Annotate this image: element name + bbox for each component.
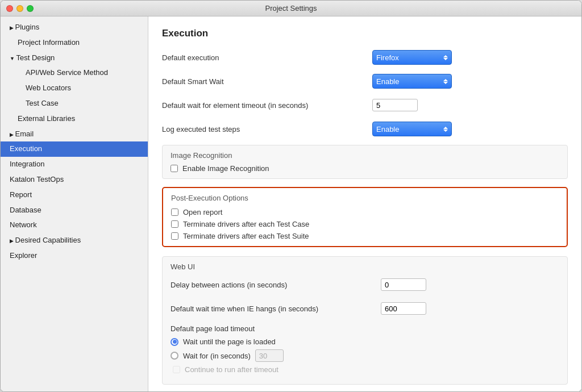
post-exec-title: Post-Execution Options xyxy=(171,194,559,202)
sidebar-item-project-information[interactable]: Project Information xyxy=(1,35,148,51)
terminate-each-case-checkbox[interactable] xyxy=(171,220,178,228)
window-controls xyxy=(6,5,34,12)
image-recognition-checkbox-label: Enable Image Recognition xyxy=(182,164,269,173)
post-execution-box: Post-Execution Options Open report Termi… xyxy=(162,187,568,247)
log-executed-row: Log executed test steps Enable xyxy=(162,121,568,137)
default-wait-ie-row: Default wait time when IE hangs (in seco… xyxy=(171,301,559,316)
image-recognition-title: Image Recognition xyxy=(171,151,559,160)
page-load-timeout-label: Default page load timeout xyxy=(171,324,559,333)
close-button[interactable] xyxy=(6,5,13,12)
default-smart-wait-label: Default Smart Wait xyxy=(162,77,372,86)
maximize-button[interactable] xyxy=(27,5,34,12)
sidebar-item-email[interactable]: Email xyxy=(1,127,148,142)
radio-wait-page-row: Wait until the page is loaded xyxy=(171,337,559,346)
default-smart-wait-row: Default Smart Wait Enable xyxy=(162,73,568,89)
minimize-button[interactable] xyxy=(16,5,23,12)
delay-label: Delay between actions (in seconds) xyxy=(171,281,381,289)
continue-after-timeout-row: Continue to run after timeout xyxy=(171,365,559,374)
terminate-each-suite-label: Terminate drivers after each Test Suite xyxy=(183,232,309,240)
select-arrow-icon xyxy=(443,79,448,84)
webui-section: Web UI Delay between actions (in seconds… xyxy=(162,256,568,385)
sidebar-item-execution[interactable]: Execution xyxy=(1,141,148,157)
terminate-each-case-label: Terminate drivers after each Test Case xyxy=(183,220,309,228)
radio-wait-page-label: Wait until the page is loaded xyxy=(183,337,276,346)
sidebar-item-report[interactable]: Report xyxy=(1,187,148,203)
radio-wait-seconds-row: Wait for (in seconds) xyxy=(171,349,559,362)
terminate-each-suite-checkbox[interactable] xyxy=(171,232,178,240)
window-title: Project Settings xyxy=(265,4,317,12)
default-smart-wait-value: Enable xyxy=(376,77,399,86)
default-execution-select[interactable]: Firefox xyxy=(372,50,452,65)
terminate-each-suite-row: Terminate drivers after each Test Suite xyxy=(171,232,559,240)
open-report-row: Open report xyxy=(171,208,559,216)
image-recognition-checkbox-row: Enable Image Recognition xyxy=(171,164,559,173)
image-recognition-checkbox[interactable] xyxy=(171,165,178,172)
radio-wait-seconds-label: Wait for (in seconds) xyxy=(183,352,251,360)
log-executed-value: Enable xyxy=(376,125,399,134)
log-executed-label: Log executed test steps xyxy=(162,125,372,134)
radio-wait-seconds-button[interactable] xyxy=(171,352,178,360)
continue-after-timeout-label: Continue to run after timeout xyxy=(185,365,278,374)
default-execution-row: Default execution Firefox xyxy=(162,49,568,65)
sidebar-item-network[interactable]: Network xyxy=(1,218,148,233)
sidebar: Plugins Project Information Test Design … xyxy=(1,16,148,391)
radio-wait-page-button[interactable] xyxy=(171,338,178,346)
default-wait-ie-input[interactable] xyxy=(381,302,426,315)
sidebar-item-api-web[interactable]: API/Web Service Method xyxy=(1,65,148,81)
sidebar-item-test-case[interactable]: Test Case xyxy=(1,96,148,111)
default-wait-timeout-label: Default wait for element timeout (in sec… xyxy=(162,101,372,110)
continue-after-timeout-checkbox[interactable] xyxy=(173,366,180,373)
delay-row: Delay between actions (in seconds) xyxy=(171,277,559,293)
select-arrow-icon xyxy=(443,127,448,132)
default-wait-timeout-row: Default wait for element timeout (in sec… xyxy=(162,97,568,113)
default-execution-label: Default execution xyxy=(162,53,372,62)
delay-input[interactable] xyxy=(381,278,426,291)
default-wait-ie-label: Default wait time when IE hangs (in seco… xyxy=(171,305,381,313)
sidebar-item-test-design[interactable]: Test Design xyxy=(1,51,148,66)
terminate-each-case-row: Terminate drivers after each Test Case xyxy=(171,220,559,228)
sidebar-item-web-locators[interactable]: Web Locators xyxy=(1,81,148,96)
content-area: Plugins Project Information Test Design … xyxy=(1,16,581,391)
section-title: Execution xyxy=(162,28,568,39)
sidebar-item-katalon-testops[interactable]: Katalon TestOps xyxy=(1,172,148,187)
default-wait-timeout-input[interactable] xyxy=(372,99,418,111)
sidebar-item-desired-capabilities[interactable]: Desired Capabilities xyxy=(1,233,148,248)
default-smart-wait-select[interactable]: Enable xyxy=(372,74,452,89)
open-report-checkbox[interactable] xyxy=(171,208,178,216)
sidebar-item-explorer[interactable]: Explorer xyxy=(1,248,148,264)
titlebar: Project Settings xyxy=(1,1,581,16)
app-window: Project Settings Plugins Project Informa… xyxy=(0,0,582,392)
sidebar-item-plugins[interactable]: Plugins xyxy=(1,20,148,35)
sidebar-item-external-libraries[interactable]: External Libraries xyxy=(1,111,148,127)
webui-title: Web UI xyxy=(171,262,559,271)
default-execution-value: Firefox xyxy=(376,53,399,62)
main-panel: Execution Default execution Firefox Defa… xyxy=(148,16,581,391)
radio-wait-seconds-input[interactable] xyxy=(255,349,284,362)
open-report-label: Open report xyxy=(183,208,222,216)
image-recognition-section: Image Recognition Enable Image Recogniti… xyxy=(162,145,568,179)
sidebar-item-database[interactable]: Database xyxy=(1,203,148,218)
select-arrow-icon xyxy=(443,55,448,60)
log-executed-select[interactable]: Enable xyxy=(372,122,452,136)
sidebar-item-integration[interactable]: Integration xyxy=(1,157,148,172)
